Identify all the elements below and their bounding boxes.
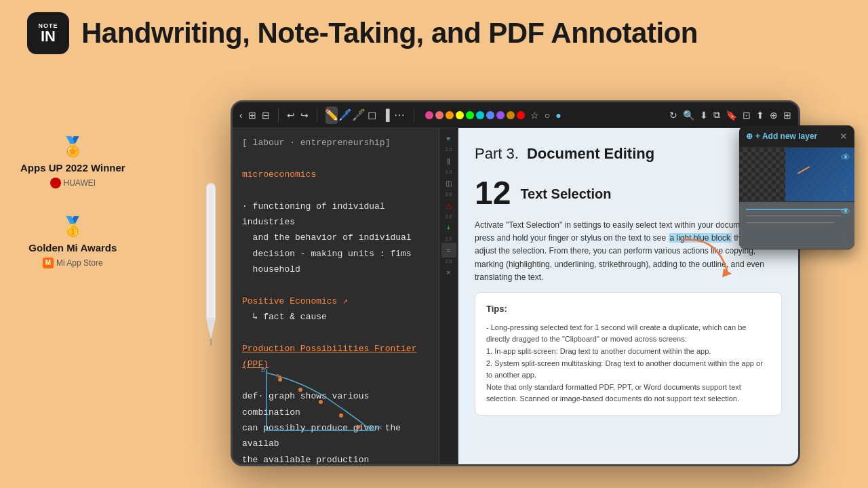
part-word: Part 3. xyxy=(475,145,519,162)
section-number: 12 xyxy=(475,177,511,209)
award-brand-1: HUAWEI xyxy=(50,178,96,188)
stylus-body xyxy=(206,183,216,319)
strip-item-2[interactable]: ∥ xyxy=(441,153,456,168)
toolbar-separator-2 xyxy=(317,108,317,122)
circle-icon[interactable]: ○ xyxy=(545,110,550,121)
header: NOTE IN Handwriting, Note-Taking, and PD… xyxy=(0,0,868,61)
award-name-1: Apps UP 2022 Winner xyxy=(20,162,125,174)
part-number-text: Part 3. Document Editing xyxy=(475,145,654,162)
award-brand-2: M Mi App Store xyxy=(43,258,103,268)
hw-positive-econ: Positive Economics xyxy=(242,296,337,306)
share-icon[interactable]: ⬆ xyxy=(756,110,764,121)
tablet-content: [ labour · entrepreneurship] microeconom… xyxy=(233,128,798,464)
color-orange[interactable] xyxy=(446,111,454,119)
eraser-tool[interactable]: ◻ xyxy=(366,106,378,124)
pen-tool-group[interactable]: ✏️ 🖊️ 🖋️ ◻ ▐ ⋯ xyxy=(326,106,406,124)
layer-panel-header[interactable]: ⊕ + Add new layer ✕ xyxy=(739,125,854,148)
color-yellow[interactable] xyxy=(456,111,464,119)
crop-icon[interactable]: ⧉ xyxy=(713,109,720,121)
layer-eye-icon-1[interactable]: 👁 xyxy=(841,152,850,163)
layer-more-icon-2[interactable]: ⋮ xyxy=(840,232,850,245)
pen-tool-3[interactable]: 🖋️ xyxy=(353,106,365,124)
pen-tool-1[interactable]: ✏️ xyxy=(326,106,338,124)
wreath-left-icon-2: 🥇 xyxy=(61,216,85,238)
download-icon[interactable]: ⬇ xyxy=(700,110,708,121)
award-brand-label-1: HUAWEI xyxy=(64,178,96,188)
pen-tool-2[interactable]: 🖊️ xyxy=(339,106,351,124)
strip-item-5[interactable]: + xyxy=(441,220,456,235)
layer-more-icon-1[interactable]: ⋮ xyxy=(840,184,850,197)
strip-close[interactable]: ✕ xyxy=(441,265,456,280)
hw-line-1: [ labour · entrepreneurship] xyxy=(242,138,390,148)
award-wreath-1: 🏅 xyxy=(61,136,85,158)
award-apps-up: 🏅 Apps UP 2022 Winner HUAWEI xyxy=(20,136,125,188)
hw-functioning: · functioning of individual industries xyxy=(242,201,385,227)
svg-text:Good: Good xyxy=(368,424,382,430)
hw-decision: decision - making units : fims xyxy=(242,249,412,259)
layer-eye-icon-2[interactable]: 👁 xyxy=(841,206,850,217)
color-red-2[interactable] xyxy=(517,111,525,119)
strip-num-2: 2.0 xyxy=(446,169,452,174)
pdf-part-label: Part 3. Document Editing xyxy=(475,145,654,163)
wreath-left-icon: 🏅 xyxy=(61,136,85,158)
color-cyan[interactable] xyxy=(476,111,484,119)
tool-side-strip[interactable]: ≡ 2.0 ∥ 2.0 ◫ 2.0 △ 2.0 + 2.0 ≈ 2.0 xyxy=(439,128,458,464)
awards-section: 🏅 Apps UP 2022 Winner HUAWEI 🥇 Golden Mi… xyxy=(20,136,125,268)
strip-num-5: 2.0 xyxy=(446,237,452,241)
strip-item-1[interactable]: ≡ xyxy=(441,131,456,146)
strip-num-6: 2.0 xyxy=(446,259,452,264)
svg-point-4 xyxy=(319,400,323,404)
redo-icon[interactable]: ↪ xyxy=(300,110,309,121)
arrow-annotation xyxy=(676,233,737,281)
strip-item-4[interactable]: △ xyxy=(441,198,456,213)
toolbar-separator-3 xyxy=(414,108,414,122)
layers-icon[interactable]: ⊕ xyxy=(770,110,778,121)
strip-num-4: 2.0 xyxy=(446,214,452,219)
sync-icon[interactable]: ↻ xyxy=(669,110,677,121)
hw-fact: ↳ fact & cause xyxy=(242,312,327,322)
hw-household: household xyxy=(242,264,300,274)
color-green[interactable] xyxy=(466,111,474,119)
tips-box: Tips: - Long-pressing selected text for … xyxy=(475,292,782,415)
svg-point-3 xyxy=(298,388,302,392)
tips-content: - Long-pressing selected text for 1 seco… xyxy=(486,322,770,405)
pdf-part-header: Part 3. Document Editing NOTE IN xyxy=(475,142,782,166)
color-purple[interactable] xyxy=(496,111,505,119)
stylus-tip-point xyxy=(210,339,212,346)
layer-close-button[interactable]: ✕ xyxy=(840,131,848,142)
bookmark-icon[interactable]: 🔖 xyxy=(726,110,737,121)
hw-behavior: and the behavior of individual xyxy=(242,232,412,243)
layer-item-1[interactable]: 👁 ⋮ xyxy=(739,148,854,202)
grid-view-icon[interactable]: ⊞ xyxy=(248,110,256,121)
huawei-logo-icon xyxy=(50,178,61,188)
ppf-graph: B B₁ Good xyxy=(246,363,382,444)
color-brown[interactable] xyxy=(507,111,515,119)
color-red[interactable] xyxy=(435,111,443,119)
color-pink[interactable] xyxy=(425,111,433,119)
award-golden-mi: 🥇 Golden Mi Awards M Mi App Store xyxy=(20,216,125,268)
star-icon[interactable]: ☆ xyxy=(530,110,539,121)
undo-icon[interactable]: ↩ xyxy=(287,110,295,121)
tablet-toolbar[interactable]: ‹ ⊞ ⊟ ↩ ↪ ✏️ 🖊️ 🖋️ ◻ ▐ ⋯ ☆ xyxy=(233,102,798,128)
svg-point-6 xyxy=(356,425,360,429)
strip-num-1: 2.0 xyxy=(446,147,452,152)
search-icon[interactable]: 🔍 xyxy=(683,110,694,121)
handwriting-panel: [ labour · entrepreneurship] microeconom… xyxy=(233,128,439,464)
highlighter-tool[interactable]: ▐ xyxy=(380,106,392,124)
add-layer-button[interactable]: ⊕ + Add new layer xyxy=(746,131,817,141)
mi-logo-icon: M xyxy=(43,258,54,268)
select-tool[interactable]: ⋯ xyxy=(393,106,406,124)
expand-icon[interactable]: ⊞ xyxy=(783,110,791,121)
strip-item-6[interactable]: ≈ xyxy=(441,243,456,258)
layer-panel: ⊕ + Add new layer ✕ 👁 ⋮ 👁 ⋮ xyxy=(739,125,854,249)
color-blue-light[interactable] xyxy=(486,111,494,119)
hw-the: the available production technology. xyxy=(242,455,369,464)
toolbar-separator-1 xyxy=(278,108,279,122)
layer-item-2[interactable]: 👁 ⋮ xyxy=(739,202,854,249)
strip-item-3[interactable]: ◫ xyxy=(441,176,456,190)
pages-icon[interactable]: ⊟ xyxy=(262,110,270,121)
split-icon[interactable]: ⊡ xyxy=(743,110,751,121)
nav-back-icon[interactable]: ‹ xyxy=(239,110,243,121)
circle-filled-icon[interactable]: ● xyxy=(555,110,561,121)
color-palette[interactable] xyxy=(425,111,525,119)
